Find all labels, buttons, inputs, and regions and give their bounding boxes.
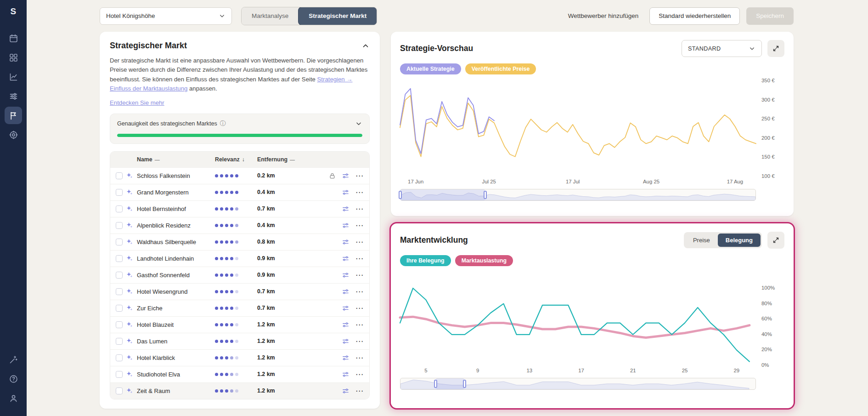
more-options-icon[interactable]: ⋯ xyxy=(355,370,364,378)
column-name[interactable]: Name xyxy=(137,156,152,163)
relevance-dots xyxy=(215,307,257,310)
row-checkbox[interactable] xyxy=(116,239,123,245)
discover-more-link[interactable]: Entdecken Sie mehr xyxy=(110,99,164,106)
analytics-icon[interactable] xyxy=(5,68,22,85)
tune-icon[interactable] xyxy=(342,370,349,378)
row-checkbox[interactable] xyxy=(116,305,123,312)
more-options-icon[interactable]: ⋯ xyxy=(355,288,364,296)
more-options-icon[interactable]: ⋯ xyxy=(355,238,364,246)
legend-chip-published-prices[interactable]: Veröffentlichte Preise xyxy=(465,63,536,74)
timeline-brush[interactable] xyxy=(400,189,756,201)
dashboard-icon[interactable] xyxy=(5,49,22,66)
tune-icon[interactable] xyxy=(342,172,349,180)
more-options-icon[interactable]: ⋯ xyxy=(355,387,364,395)
account-icon[interactable] xyxy=(5,389,22,407)
more-options-icon[interactable]: ⋯ xyxy=(355,304,364,312)
timeline-brush[interactable] xyxy=(400,378,756,390)
y-axis: 100%80%60%40%20%0% xyxy=(756,288,784,365)
more-options-icon[interactable]: ⋯ xyxy=(355,172,364,180)
brush-selection[interactable] xyxy=(400,189,485,200)
brush-selection[interactable] xyxy=(436,378,464,389)
target-icon[interactable] xyxy=(5,126,22,143)
legend-chip-current-strategy[interactable]: Aktuelle Strategie xyxy=(400,63,461,74)
brush-handle-right[interactable] xyxy=(484,191,487,199)
competitor-distance: 0.7 km xyxy=(257,205,301,212)
row-checkbox[interactable] xyxy=(116,189,123,196)
legend-chip-your-occupancy[interactable]: Ihre Belegung xyxy=(400,255,451,266)
hotel-selector[interactable]: Hotel Königshöhe xyxy=(100,7,232,25)
column-distance[interactable]: Entfernung xyxy=(257,156,287,163)
tune-icon[interactable] xyxy=(342,337,349,345)
y-axis-label: 250 € xyxy=(761,116,775,121)
relevance-dots xyxy=(215,191,257,194)
preset-selector[interactable]: STANDARD xyxy=(682,40,762,57)
tune-icon[interactable] xyxy=(342,271,349,279)
sparkle-icon xyxy=(126,172,137,179)
market-icon[interactable] xyxy=(5,107,22,124)
x-axis: 17 JunJul 2517 JulAug 2517 Aug xyxy=(400,177,756,186)
tune-icon[interactable] xyxy=(342,288,349,296)
y-axis-label: 60% xyxy=(761,316,772,321)
tune-icon[interactable] xyxy=(342,387,349,395)
info-icon[interactable]: ⓘ xyxy=(220,120,226,128)
more-options-icon[interactable]: ⋯ xyxy=(355,321,364,329)
row-checkbox[interactable] xyxy=(116,205,123,212)
row-checkbox[interactable] xyxy=(116,388,123,394)
row-checkbox[interactable] xyxy=(116,272,123,279)
brush-handle-left[interactable] xyxy=(434,380,437,388)
tune-icon[interactable] xyxy=(342,354,349,362)
hotel-selector-value: Hotel Königshöhe xyxy=(106,12,155,19)
toggle-preise[interactable]: Preise xyxy=(685,234,718,247)
competitor-name: Gasthof Sonnenfeld xyxy=(137,272,215,279)
relevance-dots xyxy=(215,323,257,326)
row-checkbox[interactable] xyxy=(116,371,123,378)
row-checkbox[interactable] xyxy=(116,255,123,262)
help-icon[interactable] xyxy=(5,370,22,388)
more-options-icon[interactable]: ⋯ xyxy=(355,188,364,196)
expand-icon[interactable] xyxy=(767,40,784,57)
sort-neutral-icon[interactable]: — xyxy=(155,157,160,162)
tab-marktanalyse[interactable]: Marktanalyse xyxy=(242,7,299,25)
save-button[interactable]: Speichern xyxy=(746,7,794,25)
row-checkbox[interactable] xyxy=(116,288,123,295)
more-options-icon[interactable]: ⋯ xyxy=(355,222,364,229)
collapse-chevron-up-icon[interactable] xyxy=(361,42,370,50)
more-options-icon[interactable]: ⋯ xyxy=(355,271,364,279)
brush-handle-left[interactable] xyxy=(399,191,402,199)
tune-icon[interactable] xyxy=(342,188,349,196)
brush-handle-right[interactable] xyxy=(463,380,466,388)
more-options-icon[interactable]: ⋯ xyxy=(355,354,364,362)
more-options-icon[interactable]: ⋯ xyxy=(355,337,364,345)
row-checkbox[interactable] xyxy=(116,172,123,179)
add-competitor-button[interactable]: Wettbewerber hinzufügen xyxy=(568,12,639,19)
sparkle-icon xyxy=(126,337,137,345)
competitor-name: Waldhaus Silberquelle xyxy=(137,239,215,245)
tune-icon[interactable] xyxy=(342,205,349,213)
legend-chip-market-occupancy[interactable]: Marktauslastung xyxy=(455,255,513,266)
y-axis-label: 40% xyxy=(761,331,772,337)
tune-icon[interactable] xyxy=(342,304,349,312)
magic-wand-icon[interactable] xyxy=(5,351,22,368)
restore-default-button[interactable]: Standard wiederherstellen xyxy=(649,7,740,25)
row-checkbox[interactable] xyxy=(116,321,123,328)
more-options-icon[interactable]: ⋯ xyxy=(355,255,364,262)
row-checkbox[interactable] xyxy=(116,222,123,229)
row-checkbox[interactable] xyxy=(116,354,123,361)
relevance-dots xyxy=(215,224,257,227)
tune-icon[interactable] xyxy=(342,255,349,262)
calendar-icon[interactable] xyxy=(5,29,22,47)
sort-neutral-icon[interactable]: — xyxy=(290,157,295,162)
sliders-icon[interactable] xyxy=(5,87,22,105)
tune-icon[interactable] xyxy=(342,321,349,329)
expand-icon[interactable] xyxy=(767,232,784,249)
tab-strategischer-markt[interactable]: Strategischer Markt xyxy=(299,7,377,25)
tune-icon[interactable] xyxy=(342,238,349,246)
table-row: Zeit & Raum 1.2 km ⋯ xyxy=(110,382,369,399)
accordion-chevron-down-icon[interactable] xyxy=(355,120,362,127)
row-checkbox[interactable] xyxy=(116,338,123,345)
column-relevance[interactable]: Relevanz xyxy=(215,156,240,163)
toggle-belegung[interactable]: Belegung xyxy=(718,234,761,247)
more-options-icon[interactable]: ⋯ xyxy=(355,205,364,213)
sort-descending-icon[interactable]: ↓ xyxy=(242,156,245,163)
tune-icon[interactable] xyxy=(342,222,349,229)
